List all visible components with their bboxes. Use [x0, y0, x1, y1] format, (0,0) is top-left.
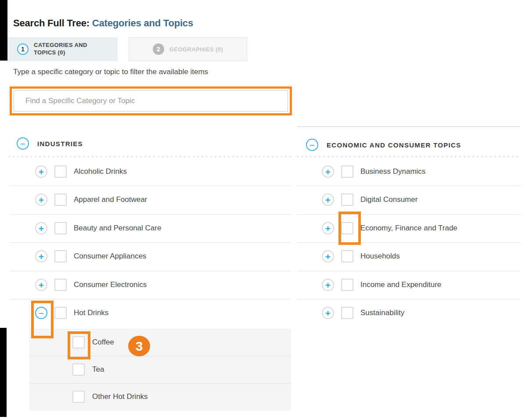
tree-row-sustainability: + Sustainability — [322, 299, 520, 327]
step-1-circle-icon: 1 — [17, 43, 29, 55]
tree-row-hot-drinks: − Hot Drinks — [35, 299, 291, 327]
checkbox-income-and-expenditure[interactable] — [341, 279, 353, 291]
tree-row-consumer-appliances: + Consumer Appliances — [35, 242, 291, 270]
expand-icon[interactable]: + — [35, 222, 47, 234]
tree-label: Households — [360, 252, 400, 261]
tree-label: Economy, Finance and Trade — [360, 224, 457, 233]
tree-label: Digital Consumer — [360, 195, 417, 204]
search-full-tree-page: Search Full Tree: Categories and Topics … — [0, 0, 529, 420]
search-input-highlight-annotation — [10, 86, 292, 115]
search-input[interactable] — [14, 90, 288, 111]
industries-section-header: − INDUSTRIES — [17, 137, 83, 150]
annotation-box-economy-checkbox — [338, 212, 361, 245]
expand-icon[interactable]: + — [35, 250, 47, 262]
left-edge-bar-bottom — [0, 328, 7, 417]
expand-icon[interactable]: + — [322, 194, 334, 206]
annotation-box-coffee-checkbox — [68, 331, 90, 359]
checkbox-households[interactable] — [341, 250, 353, 262]
tree-row-coffee: Coffee — [72, 329, 283, 356]
tab-categories-and-topics[interactable]: 1 CATEGORIES AND TOPICS (0) — [7, 37, 118, 61]
industries-dotted-divider — [9, 156, 291, 157]
left-edge-bar-top — [0, 0, 7, 61]
checkbox-hot-drinks[interactable] — [54, 307, 67, 319]
tree-label: Alcoholic Drinks — [74, 167, 127, 176]
checkbox-digital-consumer[interactable] — [341, 194, 353, 206]
step-2-circle-icon: 2 — [153, 43, 164, 55]
tree-label: Apparel and Footwear — [74, 195, 147, 204]
tree-label: Hot Drinks — [74, 309, 108, 317]
tree-row-households: + Households — [322, 242, 520, 270]
checkbox-consumer-appliances[interactable] — [54, 250, 67, 262]
expand-icon[interactable]: + — [35, 194, 47, 206]
economic-section-title: ECONOMIC AND CONSUMER TOPICS — [327, 141, 461, 149]
economic-dotted-divider — [297, 156, 520, 157]
tree-label: Coffee — [92, 338, 114, 347]
tree-label: Consumer Electronics — [74, 280, 147, 289]
checkbox-sustainability[interactable] — [341, 307, 353, 319]
expand-icon[interactable]: + — [35, 165, 47, 178]
tab-categories-label-line2: TOPICS (0) — [34, 49, 87, 57]
page-title-highlight: Categories and Topics — [92, 18, 193, 29]
expand-icon[interactable]: + — [322, 165, 334, 178]
tree-label: Consumer Appliances — [74, 252, 146, 261]
annotation-box-hot-drinks-toggle — [31, 301, 54, 338]
checkbox-apparel-and-footwear[interactable] — [54, 194, 67, 206]
expand-icon[interactable]: + — [322, 279, 334, 291]
tree-row-tea: Tea — [72, 356, 283, 383]
industries-section-title: INDUSTRIES — [37, 140, 83, 147]
right-column-top-divider — [297, 126, 520, 127]
collapse-icon[interactable]: − — [306, 139, 318, 151]
tree-label: Beauty and Personal Care — [74, 224, 161, 233]
tab-geographies-label: GEOGRAPHIES (0) — [169, 46, 223, 53]
checkbox-tea[interactable] — [72, 363, 85, 376]
tab-categories-label: CATEGORIES AND TOPICS (0) — [34, 42, 87, 57]
tree-row-apparel-and-footwear: + Apparel and Footwear — [35, 186, 291, 214]
expand-icon[interactable]: + — [322, 250, 334, 262]
tree-row-digital-consumer: + Digital Consumer — [322, 186, 520, 214]
tree-label: Other Hot Drinks — [92, 392, 148, 401]
checkbox-alcoholic-drinks[interactable] — [54, 165, 67, 178]
filter-instruction-text: Type a specific category or topic to fil… — [13, 68, 208, 76]
expand-icon[interactable]: + — [322, 222, 334, 234]
expand-icon[interactable]: + — [35, 279, 47, 291]
page-title-prefix: Search Full Tree: — [13, 18, 92, 29]
economic-section-header: − ECONOMIC AND CONSUMER TOPICS — [306, 139, 461, 151]
page-title: Search Full Tree: Categories and Topics — [13, 18, 193, 29]
tree-row-income-and-expenditure: + Income and Expenditure — [322, 271, 520, 299]
collapse-icon[interactable]: − — [17, 137, 29, 150]
tree-label: Income and Expenditure — [360, 280, 441, 289]
tree-row-other-hot-drinks: Other Hot Drinks — [72, 383, 283, 410]
step-3-badge: 3 — [128, 336, 150, 356]
tree-row-alcoholic-drinks: + Alcoholic Drinks — [35, 158, 291, 186]
tab-geographies[interactable]: 2 GEOGRAPHIES (0) — [129, 37, 247, 61]
tree-row-consumer-electronics: + Consumer Electronics — [35, 271, 291, 299]
checkbox-consumer-electronics[interactable] — [54, 279, 67, 291]
checkbox-beauty-and-personal-care[interactable] — [54, 222, 67, 234]
tree-label: Business Dynamics — [360, 167, 425, 176]
tree-row-business-dynamics: + Business Dynamics — [322, 158, 520, 186]
expand-icon[interactable]: + — [322, 307, 334, 319]
checkbox-business-dynamics[interactable] — [341, 165, 353, 178]
tree-row-beauty-and-personal-care: + Beauty and Personal Care — [35, 214, 291, 242]
tab-categories-label-line1: CATEGORIES AND — [34, 42, 87, 49]
checkbox-other-hot-drinks[interactable] — [72, 391, 85, 403]
tree-label: Sustainability — [360, 309, 404, 317]
tree-label: Tea — [92, 365, 104, 374]
